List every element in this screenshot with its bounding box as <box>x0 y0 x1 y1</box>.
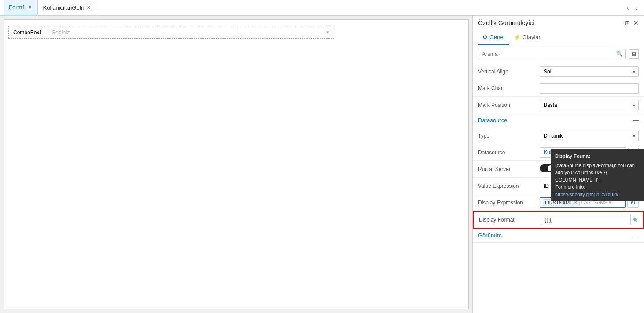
tab-kullanicilar[interactable]: KullanicilariGetir ✕ <box>38 0 97 15</box>
layout-toggle-button[interactable]: ⊟ <box>629 49 639 59</box>
prop-row-type: Type Dinamik Statik ▾ <box>473 127 644 144</box>
tab-kullanicilar-close[interactable]: ✕ <box>87 5 91 11</box>
mark-char-input[interactable] <box>540 83 639 94</box>
section-collapse-icon[interactable]: — <box>633 117 639 124</box>
tab-form1-close[interactable]: ✕ <box>28 4 32 10</box>
datasource-section-title: Datasource <box>478 117 507 124</box>
prop-label-mark-position: Mark Position <box>478 102 540 108</box>
genel-icon: ⚙ <box>482 34 488 40</box>
combobox-label: ComboBox1 <box>9 27 47 38</box>
prop-label-vertical-align: Vertical Align <box>478 69 540 75</box>
prop-label-mark-char: Mark Char <box>478 85 540 91</box>
combobox-row[interactable]: ComboBox1 Seçiniz ▾ <box>8 26 334 39</box>
display-format-text: {{ }} <box>545 217 553 223</box>
tab-nav-right: ‹ › <box>624 3 640 13</box>
type-select[interactable]: Dinamik Statik <box>540 131 639 141</box>
combobox-placeholder: Seçiniz <box>52 29 70 36</box>
canvas-inner: ComboBox1 Seçiniz ▾ <box>4 20 468 43</box>
tooltip-link: https://shopify.github.io/liquid/ <box>555 191 643 198</box>
search-row-inner: 🔍 <box>478 49 626 59</box>
pin-icon[interactable]: ⊞ <box>625 19 630 26</box>
vertical-align-select[interactable]: Sol Orta Sağ <box>540 66 639 77</box>
prop-label-run-at-server: Run at Server <box>478 166 540 172</box>
props-tabs: ⚙ Genel ⚡ Olaylar <box>473 30 644 45</box>
props-content: Vertical Align Sol Orta Sağ ▾ Mark Char <box>473 63 644 313</box>
tab-genel[interactable]: ⚙ Genel <box>478 30 509 45</box>
tab-olaylar-label: Olaylar <box>523 34 541 40</box>
prop-row-mark-char: Mark Char <box>473 80 644 97</box>
datasource-section-header: Datasource — <box>473 113 644 127</box>
vertical-align-wrapper: Sol Orta Sağ ▾ <box>540 66 639 77</box>
tab-form1[interactable]: Form1 ✕ <box>4 0 38 15</box>
display-format-tooltip: Display Format (dataSource.displayFormat… <box>551 149 644 201</box>
tooltip-body: (dataSource.displayFormat): You can add … <box>555 162 643 184</box>
props-header-icons: ⊞ ✕ <box>625 19 639 26</box>
props-panel-title: Özellik Görüntüleyici <box>478 19 534 26</box>
search-input[interactable] <box>478 49 626 59</box>
prop-label-display-expression: Display Expression <box>478 200 540 206</box>
prop-row-mark-position: Mark Position Başta Sonda ▾ <box>473 97 644 113</box>
gorunum-section-title: Görünüm <box>478 232 502 239</box>
tooltip-title: Display Format <box>555 153 643 160</box>
tab-kullanicilar-label: KullanicilariGetir <box>43 4 85 11</box>
mark-char-value <box>540 83 639 94</box>
mark-position-wrapper: Başta Sonda ▾ <box>540 100 639 110</box>
canvas-area[interactable]: ComboBox1 Seçiniz ▾ <box>4 19 469 309</box>
display-format-row: Display Format {{ }} ✎ Display Format (d… <box>473 211 644 229</box>
main-area: ComboBox1 Seçiniz ▾ Özellik Görüntüleyic… <box>0 16 644 313</box>
gorunum-collapse-icon[interactable]: — <box>633 233 639 239</box>
combobox-input[interactable]: Seçiniz ▾ <box>47 26 334 38</box>
combobox-arrow-icon: ▾ <box>326 29 329 36</box>
type-wrapper: Dinamik Statik ▾ <box>540 131 639 141</box>
olaylar-icon: ⚡ <box>514 34 521 40</box>
tab-nav-prev[interactable]: ‹ <box>624 3 632 13</box>
props-panel-header: Özellik Görüntüleyici ⊞ ✕ <box>473 16 644 30</box>
display-format-value[interactable]: {{ }} <box>541 215 631 225</box>
props-panel: Özellik Görüntüleyici ⊞ ✕ ⚙ Genel ⚡ Olay… <box>472 16 644 313</box>
prop-label-datasource: Datasource <box>478 149 540 156</box>
search-row: 🔍 ⊟ <box>473 45 644 63</box>
tab-olaylar[interactable]: ⚡ Olaylar <box>509 30 545 45</box>
display-format-edit-button[interactable]: ✎ <box>633 216 638 223</box>
prop-label-display-format: Display Format <box>479 217 541 223</box>
prop-row-vertical-align: Vertical Align Sol Orta Sağ ▾ <box>473 63 644 80</box>
tooltip-more-info: For more info: <box>555 183 643 191</box>
close-icon[interactable]: ✕ <box>633 19 639 26</box>
mark-position-select[interactable]: Başta Sonda <box>540 100 639 110</box>
tab-form1-label: Form1 <box>9 4 26 11</box>
tab-nav-next[interactable]: › <box>633 3 640 13</box>
prop-label-type: Type <box>478 133 540 139</box>
prop-label-value-expression: Value Expression <box>478 183 540 189</box>
tab-bar: Form1 ✕ KullanicilariGetir ✕ ‹ › <box>0 0 644 16</box>
tab-genel-label: Genel <box>489 34 505 40</box>
search-icon: 🔍 <box>616 51 623 57</box>
gorunum-section-header: Görünüm — <box>473 229 644 243</box>
